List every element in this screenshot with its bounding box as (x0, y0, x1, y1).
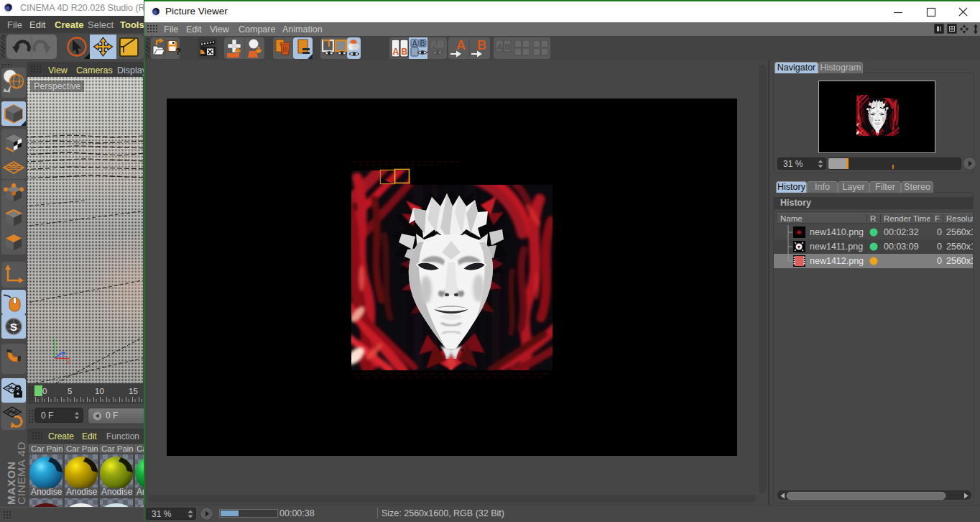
svg-text:Car Pain: Car Pain (101, 444, 134, 453)
svg-text:2560x1: 2560x1 (946, 227, 973, 237)
svg-text:Anodise: Anodise (101, 487, 133, 497)
svg-text:00:02:32: 00:02:32 (884, 227, 919, 237)
svg-text:5: 5 (68, 387, 72, 395)
svg-text:?: ? (175, 46, 181, 57)
svg-text:S: S (10, 321, 17, 333)
svg-text:15: 15 (129, 387, 138, 395)
svg-text:A: A (497, 42, 503, 51)
svg-text:0: 0 (937, 242, 942, 252)
svg-text:new1410.png: new1410.png (810, 227, 864, 237)
svg-text:B: B (477, 38, 486, 52)
svg-text:new1411.png: new1411.png (810, 242, 863, 252)
svg-text:AB: AB (430, 39, 444, 50)
svg-text:new1412.png: new1412.png (810, 256, 864, 266)
svg-text:An: An (137, 487, 144, 497)
svg-text:Car Pain: Car Pain (66, 444, 98, 453)
svg-text:0: 0 (42, 387, 47, 395)
svg-text:Ca: Ca (137, 444, 144, 453)
svg-text:A: A (412, 40, 417, 47)
svg-text:00:03:09: 00:03:09 (884, 242, 919, 252)
svg-text:10: 10 (95, 387, 104, 395)
svg-text:A: A (393, 47, 399, 57)
svg-text:Car Pain: Car Pain (31, 444, 63, 453)
svg-text:x: x (67, 359, 70, 365)
svg-text:0: 0 (937, 256, 942, 266)
svg-text:B: B (505, 42, 511, 51)
svg-text:0: 0 (937, 227, 942, 237)
svg-text:A: A (456, 38, 466, 52)
svg-text:2560x1: 2560x1 (946, 242, 973, 252)
svg-text:Anodise: Anodise (31, 487, 63, 497)
svg-text:Z: Z (62, 351, 66, 358)
svg-text:B: B (402, 47, 408, 57)
svg-text:Anodise: Anodise (66, 487, 98, 497)
svg-text:B: B (420, 40, 425, 47)
svg-text:2560x1: 2560x1 (946, 256, 973, 266)
